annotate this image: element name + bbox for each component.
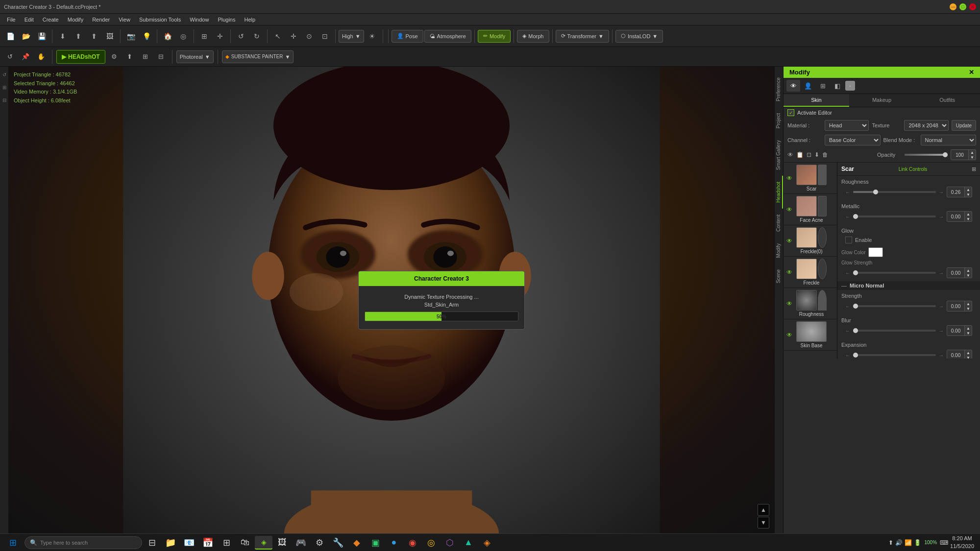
strength-down[interactable]: ▼ bbox=[965, 306, 972, 311]
fullscreen-btn[interactable]: ⊡ bbox=[318, 29, 332, 43]
visibility-freckle0[interactable]: 👁 bbox=[786, 238, 794, 244]
frame-icon[interactable]: ⊡ bbox=[807, 151, 811, 158]
strength-slider[interactable] bbox=[853, 305, 936, 307]
tab-outfits[interactable]: Outfits bbox=[914, 94, 980, 107]
viewport[interactable]: Project Triangle : 46782 Selected Triang… bbox=[9, 67, 774, 533]
thumb-freckle-main[interactable] bbox=[796, 259, 817, 279]
rotate2-btn[interactable]: ↻ bbox=[249, 29, 264, 43]
new-file-btn[interactable]: 📄 bbox=[3, 29, 18, 43]
glow-strength-slider[interactable] bbox=[853, 272, 936, 274]
thumb-roughness-main[interactable] bbox=[796, 290, 817, 311]
glow-strength-spinner[interactable]: 0.00 ▲ ▼ bbox=[947, 267, 972, 278]
modify-btn[interactable]: ✏ Modify bbox=[478, 30, 511, 43]
sun-btn[interactable]: ☀ bbox=[365, 29, 380, 43]
move-btn[interactable]: ✛ bbox=[286, 29, 301, 43]
instalod-btn[interactable]: ⬡ InstaLOD ▼ bbox=[615, 30, 663, 43]
photoreal-dropdown[interactable]: Photoreal ▼ bbox=[176, 50, 214, 63]
file-explorer-icon[interactable]: 📁 bbox=[162, 536, 179, 550]
app5-icon[interactable]: ⬡ bbox=[441, 536, 459, 550]
metallic-down[interactable]: ▼ bbox=[965, 216, 972, 221]
headshot-button[interactable]: ▶ HEADshOT bbox=[56, 50, 105, 64]
strength-up[interactable]: ▲ bbox=[965, 301, 972, 306]
headshot-settings[interactable]: ⚙ bbox=[107, 50, 121, 64]
taskbar-search[interactable]: 🔍 Type here to search bbox=[24, 536, 142, 549]
expansion-down[interactable]: ▼ bbox=[965, 355, 972, 359]
menu-edit[interactable]: Edit bbox=[21, 16, 38, 24]
open-file-btn[interactable]: 📂 bbox=[19, 29, 33, 43]
thumb-face-acne-main[interactable] bbox=[796, 196, 817, 216]
channel-dropdown[interactable]: Base Color bbox=[825, 135, 881, 145]
chrome-icon[interactable]: ◎ bbox=[422, 536, 440, 550]
task-view-btn[interactable]: ⊟ bbox=[143, 536, 161, 550]
menu-submission[interactable]: Submission Tools bbox=[135, 16, 185, 24]
visibility-skin-base[interactable]: 👁 bbox=[786, 332, 794, 338]
save-file-btn[interactable]: 💾 bbox=[34, 29, 49, 43]
opacity-down[interactable]: ▼ bbox=[969, 155, 976, 160]
headshot-layers[interactable]: ⊞ bbox=[139, 50, 152, 64]
menu-render[interactable]: Render bbox=[88, 16, 114, 24]
sub-rotate-btn[interactable]: ↺ bbox=[3, 50, 17, 64]
thumb-face-acne-secondary[interactable] bbox=[818, 196, 827, 216]
render-btn[interactable]: 🖼 bbox=[102, 29, 117, 43]
thumb-freckle-secondary[interactable] bbox=[818, 259, 827, 279]
side-tab-headshot[interactable]: Headshot bbox=[775, 176, 783, 209]
visibility-freckle[interactable]: 👁 bbox=[786, 269, 794, 276]
cc3-icon[interactable]: ◈ bbox=[255, 536, 272, 550]
app3-icon[interactable]: ● bbox=[385, 536, 403, 550]
window-controls[interactable]: — □ ✕ bbox=[950, 3, 976, 10]
sub-hand-btn[interactable]: ✋ bbox=[34, 50, 48, 64]
tray-icon-1[interactable]: ⬆ bbox=[888, 539, 893, 546]
blur-up[interactable]: ▲ bbox=[965, 326, 972, 331]
minimize-btn[interactable]: — bbox=[950, 3, 956, 10]
menu-help[interactable]: Help bbox=[240, 16, 259, 24]
system-clock[interactable]: 8:20 AM 11/5/2020 bbox=[950, 535, 974, 550]
blur-slider[interactable] bbox=[853, 330, 936, 332]
strength-spinner[interactable]: 0.00 ▲ ▼ bbox=[947, 301, 972, 311]
substance-dropdown[interactable]: ◆ SUBSTANCE PAINTER ▼ bbox=[222, 50, 294, 63]
activate-editor-checkbox[interactable] bbox=[787, 109, 794, 116]
camera-btn[interactable]: 📷 bbox=[123, 29, 138, 43]
export-btn[interactable]: ⬆ bbox=[71, 29, 86, 43]
morph-btn[interactable]: ◈ Morph bbox=[517, 30, 549, 43]
app4-icon[interactable]: ◉ bbox=[404, 536, 421, 550]
expansion-up[interactable]: ▲ bbox=[965, 350, 972, 355]
tool-icon[interactable]: 🔧 bbox=[329, 536, 347, 550]
arrow-icon[interactable]: ⬇ bbox=[814, 151, 819, 158]
vp-up-btn[interactable]: ▲ bbox=[758, 504, 769, 516]
thumb-scar-secondary[interactable] bbox=[818, 165, 827, 185]
roughness-slider[interactable] bbox=[853, 191, 936, 193]
light-btn[interactable]: 💡 bbox=[139, 29, 154, 43]
calendar-icon[interactable]: 📅 bbox=[199, 536, 217, 550]
eye-icon[interactable]: 👁 bbox=[787, 151, 793, 158]
menu-window[interactable]: Window bbox=[186, 16, 213, 24]
micro-normal-section-bar[interactable]: — Micro Normal bbox=[837, 281, 980, 290]
mail-icon[interactable]: 📧 bbox=[180, 536, 198, 550]
menu-plugins[interactable]: Plugins bbox=[214, 16, 239, 24]
close-btn[interactable]: ✕ bbox=[969, 3, 976, 10]
side-tab-preference[interactable]: Preference bbox=[775, 72, 783, 107]
visibility-roughness[interactable]: 👁 bbox=[786, 300, 794, 307]
select-btn[interactable]: ↖ bbox=[270, 29, 285, 43]
lsb-btn-2[interactable]: ⊞ bbox=[0, 81, 8, 93]
sub-pin-btn[interactable]: 📌 bbox=[19, 50, 32, 64]
tray-icon-3[interactable]: 📶 bbox=[905, 539, 912, 546]
menu-modify[interactable]: Modify bbox=[64, 16, 87, 24]
side-tab-smart-gallery[interactable]: Smart Gallery bbox=[775, 134, 783, 176]
opacity-spinner[interactable]: 100 ▲ ▼ bbox=[951, 149, 976, 160]
keyboard-icon[interactable]: ⌨ bbox=[940, 539, 948, 546]
blur-spinner[interactable]: 0.00 ▲ ▼ bbox=[947, 325, 972, 336]
import-btn[interactable]: ⬇ bbox=[55, 29, 70, 43]
thumb-skin-base-main[interactable] bbox=[796, 321, 827, 342]
roughness-down[interactable]: ▼ bbox=[965, 192, 972, 197]
thumb-freckle0-secondary[interactable] bbox=[818, 227, 827, 248]
tray-icon-2[interactable]: 🔊 bbox=[895, 539, 903, 546]
side-tab-content[interactable]: Content bbox=[775, 209, 783, 238]
lsb-btn-1[interactable]: ↺ bbox=[0, 69, 8, 80]
battery-icon[interactable]: 🔋 bbox=[914, 539, 921, 546]
menu-file[interactable]: File bbox=[3, 16, 20, 24]
photos-icon[interactable]: 🖼 bbox=[273, 536, 291, 550]
start-button[interactable]: ⊞ bbox=[2, 536, 24, 550]
transform-btn[interactable]: ✛ bbox=[213, 29, 227, 43]
icon-tab-person[interactable]: 👤 bbox=[801, 80, 815, 92]
rotate-btn[interactable]: ↺ bbox=[234, 29, 248, 43]
